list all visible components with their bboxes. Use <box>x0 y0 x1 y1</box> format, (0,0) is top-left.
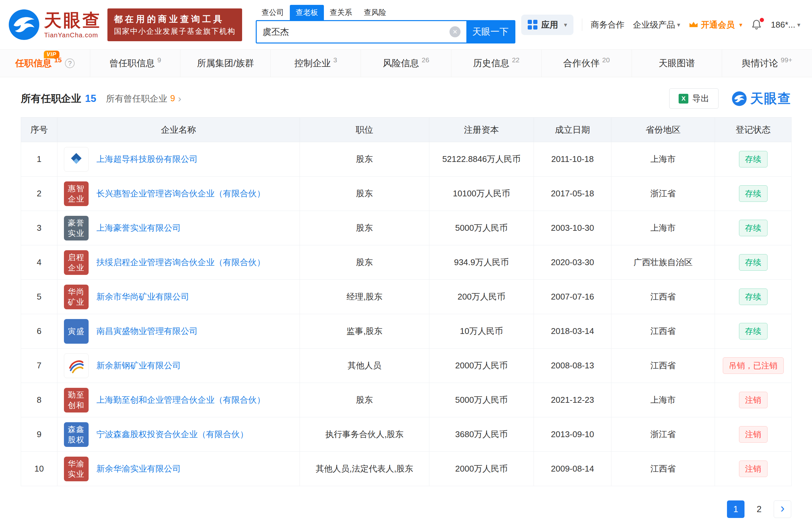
company-link[interactable]: 上海勤至创和企业管理合伙企业（有限合伙） <box>97 394 265 406</box>
column-header: 企业名称 <box>57 117 300 142</box>
table-row: 1上海超导科技股份有限公司股东52122.8846万人民币2011-10-18上… <box>21 142 792 177</box>
app-menu[interactable]: 应用 ▾ <box>521 15 574 35</box>
nav-item[interactable]: VIP任职信息15? <box>0 50 90 77</box>
position-cell: 股东 <box>300 177 429 211</box>
region-cell: 江西省 <box>611 349 715 383</box>
clear-icon[interactable]: × <box>449 26 461 37</box>
vip-badge: VIP <box>44 50 59 58</box>
nav-item[interactable]: 天眼图谱 <box>632 50 722 77</box>
company-cell: 寅盛南昌寅盛物业管理有限公司 <box>57 314 300 349</box>
column-header: 注册资本 <box>429 117 534 142</box>
promo-banner: 都在用的商业查询工具 国家中小企业发展子基金旗下机构 <box>107 9 242 41</box>
date-cell: 2021-12-23 <box>534 383 611 417</box>
company-link[interactable]: 上海超导科技股份有限公司 <box>97 153 198 165</box>
nav-item[interactable]: 舆情讨论99+ <box>722 50 812 77</box>
company-link[interactable]: 长兴惠智企业管理咨询合伙企业（有限合伙） <box>97 188 265 199</box>
status-cell: 存续 <box>715 211 792 245</box>
brand-logo[interactable]: 天眼查 TianYanCha.com <box>8 9 102 41</box>
position-cell: 股东 <box>300 383 429 417</box>
nav-item[interactable]: 风险信息26 <box>361 50 451 77</box>
brand-domain: TianYanCha.com <box>44 31 102 39</box>
region-cell: 上海市 <box>611 383 715 417</box>
nav-item[interactable]: 所属集团/族群 <box>180 50 270 77</box>
region-cell: 江西省 <box>611 280 715 314</box>
region-cell: 江西省 <box>611 452 715 486</box>
section-title: 所有任职企业 <box>21 92 81 105</box>
company-link[interactable]: 新余华渝实业有限公司 <box>97 463 181 474</box>
search-area: 查公司查老板查关系查风险 × 天眼一下 <box>256 6 516 44</box>
column-header: 序号 <box>21 117 57 142</box>
status-badge: 存续 <box>739 289 768 305</box>
nav-item[interactable]: 曾任职信息9 <box>90 50 180 77</box>
nav-count: 26 <box>422 56 429 64</box>
help-icon[interactable]: ? <box>65 58 75 68</box>
capital-cell: 5000万人民币 <box>429 383 534 417</box>
nav-label: 曾任职信息 <box>110 57 155 70</box>
nav-item[interactable]: 历史信息22 <box>451 50 541 77</box>
next-page-button[interactable]: › <box>774 500 791 518</box>
column-header: 成立日期 <box>534 117 611 142</box>
status-badge: 存续 <box>739 220 768 236</box>
row-number: 9 <box>21 417 57 452</box>
row-number: 2 <box>21 177 57 211</box>
company-link[interactable]: 宁波森鑫股权投资合伙企业（有限合伙） <box>97 429 248 440</box>
company-logo: 森鑫股权 <box>64 422 89 447</box>
nav-item[interactable]: 控制企业3 <box>270 50 361 77</box>
nav-item[interactable]: 合作伙伴20 <box>541 50 632 77</box>
company-link[interactable]: 新余市华尚矿业有限公司 <box>97 291 189 303</box>
former-positions-link[interactable]: 所有曾任职企业 9 › <box>106 93 181 104</box>
user-account[interactable]: 186*...▾ <box>771 20 800 30</box>
crown-icon <box>689 21 698 29</box>
search-tab[interactable]: 查老板 <box>290 5 324 20</box>
nav-count: 20 <box>602 56 610 64</box>
position-cell: 监事,股东 <box>300 314 429 349</box>
date-cell: 2007-07-16 <box>534 280 611 314</box>
search-tab[interactable]: 查关系 <box>324 5 358 20</box>
nav-label: 所属集团/族群 <box>197 57 254 70</box>
page-button-2[interactable]: 2 <box>750 500 768 518</box>
company-link[interactable]: 新余新钢矿业有限公司 <box>97 360 181 371</box>
row-number: 8 <box>21 383 57 417</box>
company-cell: 新余新钢矿业有限公司 <box>57 349 300 383</box>
page-button-1[interactable]: 1 <box>727 500 744 518</box>
company-link[interactable]: 南昌寅盛物业管理有限公司 <box>97 325 198 337</box>
nav-count: 3 <box>333 56 337 64</box>
status-cell: 存续 <box>715 142 792 177</box>
nav-count: 99+ <box>781 56 793 64</box>
column-header: 省份地区 <box>611 117 715 142</box>
position-cell: 股东 <box>300 245 429 280</box>
status-cell: 注销 <box>715 383 792 417</box>
export-button[interactable]: X 导出 <box>669 88 719 109</box>
status-cell: 吊销，已注销 <box>715 349 792 383</box>
page: 天眼查 TianYanCha.com 都在用的商业查询工具 国家中小企业发展子基… <box>0 0 812 529</box>
business-coop-link[interactable]: 商务合作 <box>591 19 624 30</box>
chevron-down-icon: ▾ <box>797 21 800 29</box>
capital-cell: 200万人民币 <box>429 280 534 314</box>
table-row: 4启程企业扶绥启程企业管理咨询合伙企业（有限合伙）股东934.9万人民币2020… <box>21 245 792 280</box>
company-logo: 华尚矿业 <box>64 284 89 309</box>
search-tabs: 查公司查老板查关系查风险 <box>256 6 516 20</box>
date-cell: 2020-03-30 <box>534 245 611 280</box>
search-tab[interactable]: 查公司 <box>256 5 290 20</box>
company-logo <box>64 353 89 378</box>
date-cell: 2003-10-30 <box>534 211 611 245</box>
status-badge: 吊销，已注销 <box>723 357 784 374</box>
chevron-down-icon: ▾ <box>564 21 567 29</box>
enterprise-product-link[interactable]: 企业级产品▾ <box>633 19 680 30</box>
search-input[interactable] <box>263 27 449 37</box>
nav-count: 9 <box>157 56 161 64</box>
date-cell: 2013-09-10 <box>534 417 611 452</box>
chevron-right-icon: › <box>178 93 182 104</box>
search-tab[interactable]: 查风险 <box>358 5 392 20</box>
capital-cell: 934.9万人民币 <box>429 245 534 280</box>
open-vip-link[interactable]: 开通会员 ▾ <box>689 19 742 30</box>
company-link[interactable]: 上海豪誉实业有限公司 <box>97 222 181 234</box>
row-number: 4 <box>21 245 57 280</box>
search-button[interactable]: 天眼一下 <box>466 21 514 43</box>
status-badge: 存续 <box>739 323 768 339</box>
table-row: 7新余新钢矿业有限公司其他人员2000万人民币2008-08-13江西省吊销，已… <box>21 349 792 383</box>
company-link[interactable]: 扶绥启程企业管理咨询合伙企业（有限合伙） <box>97 257 265 268</box>
company-logo: 华渝实业 <box>64 457 89 481</box>
notification-bell-icon[interactable] <box>751 19 762 30</box>
table-row: 9森鑫股权宁波森鑫股权投资合伙企业（有限合伙）执行事务合伙人,股东3680万人民… <box>21 417 792 452</box>
